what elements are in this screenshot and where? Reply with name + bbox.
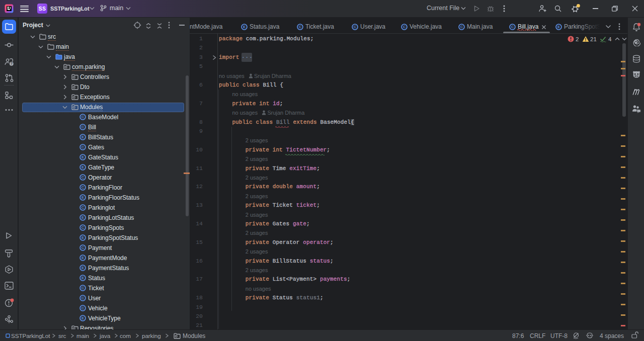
svg-text:C: C	[82, 306, 85, 310]
svg-text:C: C	[82, 225, 85, 230]
svg-text:E: E	[82, 165, 84, 169]
svg-text:E: E	[82, 135, 84, 139]
svg-text:E: E	[82, 235, 84, 240]
svg-text:C: C	[403, 25, 406, 29]
svg-text:C: C	[82, 125, 85, 129]
svg-text:C: C	[82, 185, 85, 190]
svg-text:E: E	[82, 255, 84, 260]
svg-text:E: E	[82, 316, 84, 320]
svg-text:E: E	[243, 25, 246, 29]
svg-text:C: C	[82, 115, 85, 119]
svg-text:C: C	[460, 25, 463, 29]
svg-text:E: E	[82, 276, 84, 280]
svg-text:C: C	[82, 245, 85, 250]
svg-text:E: E	[82, 215, 84, 220]
svg-text:?: ?	[11, 62, 13, 65]
svg-text:E: E	[557, 25, 560, 29]
svg-text:E: E	[82, 195, 84, 200]
svg-text:E: E	[82, 266, 84, 270]
svg-text:C: C	[82, 286, 85, 290]
svg-text:C: C	[354, 25, 357, 29]
svg-text:C: C	[82, 145, 85, 149]
svg-text:C: C	[82, 296, 85, 300]
svg-text:E: E	[82, 155, 84, 159]
svg-text:C: C	[82, 205, 85, 210]
svg-text:C: C	[299, 25, 302, 29]
svg-text:C: C	[511, 25, 514, 29]
svg-text:C: C	[82, 175, 85, 180]
